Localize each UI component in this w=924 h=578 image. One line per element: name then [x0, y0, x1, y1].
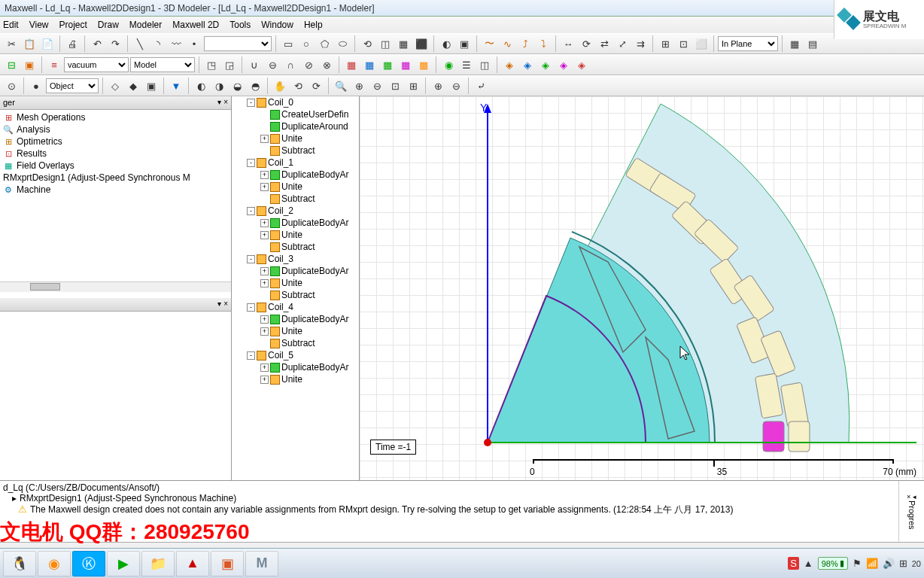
model-tree-item[interactable]: Subtract — [232, 144, 359, 157]
expand-icon[interactable]: + — [260, 376, 269, 384]
expand-icon[interactable]: - — [247, 351, 255, 360]
expand-icon[interactable]: + — [260, 183, 269, 191]
move-icon[interactable]: ↔ — [560, 35, 576, 52]
ime-icon[interactable]: S — [788, 557, 799, 570]
unite-icon[interactable]: ∪ — [246, 56, 263, 73]
task-ansys[interactable]: ▲ — [176, 551, 209, 576]
model-tree-item[interactable]: + DuplicateBodyAr — [232, 265, 359, 277]
vis4-icon[interactable]: ◓ — [247, 78, 263, 94]
spline-icon[interactable]: 〰 — [168, 35, 184, 52]
copy-icon[interactable]: 📋 — [21, 35, 38, 52]
orbit2-icon[interactable]: ⟳ — [308, 78, 324, 94]
model-tree-item[interactable]: - Coil_3 — [232, 253, 359, 265]
task-maxwell[interactable]: M — [245, 551, 278, 576]
menu-maxwell2d[interactable]: Maxwell 2D — [172, 20, 219, 30]
cube-icon[interactable]: ▦ — [395, 35, 412, 52]
menu-draw[interactable]: Draw — [98, 20, 119, 30]
model-tree-item[interactable]: + Unite — [232, 277, 359, 289]
model-tree-item[interactable]: + Unite — [232, 373, 359, 385]
misc5-icon[interactable]: ◈ — [573, 56, 590, 73]
circle-icon[interactable]: ○ — [298, 35, 315, 52]
expand-icon[interactable]: + — [260, 219, 269, 227]
offset-icon[interactable]: ⇉ — [632, 35, 649, 52]
progress-close-icon[interactable]: × ◂ — [907, 493, 916, 500]
op1-icon[interactable]: ◳ — [203, 56, 220, 73]
model-tree-item[interactable]: DuplicateAround — [232, 120, 359, 132]
expand-icon[interactable]: + — [260, 315, 269, 324]
model-tree-item[interactable]: Subtract — [232, 193, 359, 205]
tree-field-overlays[interactable]: ▦Field Overlays — [2, 160, 229, 172]
paste-icon[interactable]: 📄 — [39, 35, 56, 52]
vis1-icon[interactable]: ◐ — [193, 78, 209, 94]
region-icon[interactable]: ◫ — [377, 35, 394, 52]
project-tree[interactable]: ⊞Mesh Operations 🔍Analysis ⊞Optimetrics … — [0, 110, 231, 281]
model-tree-item[interactable]: + Unite — [232, 229, 359, 241]
check2-icon[interactable]: ☰ — [458, 56, 475, 73]
task-folder[interactable]: 📁 — [141, 551, 175, 576]
expand-icon[interactable]: + — [260, 279, 269, 287]
misc3-icon[interactable]: ◈ — [537, 56, 554, 73]
expand-icon[interactable]: + — [260, 267, 269, 275]
mirror-icon[interactable]: ⇄ — [596, 35, 612, 52]
zoomout-icon[interactable]: ⊖ — [448, 78, 464, 94]
intersect-icon[interactable]: ∩ — [282, 56, 299, 73]
zoom3-icon[interactable]: ⊖ — [369, 78, 385, 94]
model-tree-item[interactable]: + Unite — [232, 325, 359, 337]
menu-project[interactable]: Project — [59, 20, 87, 30]
model-tree-item[interactable]: + DuplicateBodyAr — [232, 169, 359, 181]
model-tree[interactable]: - Coil_0 CreateUserDefin DuplicateAround… — [232, 96, 360, 480]
color4-icon[interactable]: ▦ — [397, 56, 414, 73]
expand-icon[interactable]: + — [260, 135, 269, 143]
mode-select[interactable]: Model — [130, 57, 195, 72]
array-icon[interactable]: ⊞ — [657, 35, 673, 52]
grid2-icon[interactable]: ▤ — [804, 35, 821, 52]
expand-icon[interactable]: - — [247, 207, 255, 215]
subtract-icon[interactable]: ⊖ — [264, 56, 281, 73]
sweep-icon[interactable]: ⟲ — [359, 35, 375, 52]
ellipse-icon[interactable]: ⬭ — [334, 35, 351, 52]
3d-icon[interactable]: ⬜ — [693, 35, 710, 52]
tray-vol-icon[interactable]: 🔊 — [883, 558, 895, 569]
model-tree-item[interactable]: - Coil_0 — [232, 96, 359, 108]
vis3-icon[interactable]: ◒ — [229, 78, 245, 94]
check1-icon[interactable]: ◉ — [440, 56, 457, 73]
zoom1-icon[interactable]: 🔍 — [333, 78, 349, 94]
task-qq[interactable]: 🐧 — [3, 551, 36, 576]
tree-optimetrics[interactable]: ⊞Optimetrics — [2, 135, 229, 148]
op2-icon[interactable]: ◲ — [221, 56, 238, 73]
check3-icon[interactable]: ◫ — [476, 56, 493, 73]
material-select[interactable]: vacuum — [64, 57, 129, 72]
battery-indicator[interactable]: 98% ▮ — [818, 557, 848, 570]
model-tree-item[interactable]: - Coil_4 — [232, 301, 359, 313]
expand-icon[interactable]: + — [260, 171, 269, 179]
tree-results[interactable]: ⊡Results — [2, 148, 229, 160]
box-icon[interactable]: ▣ — [21, 56, 38, 73]
line-icon[interactable]: ╲ — [132, 35, 148, 52]
print-icon[interactable]: 🖨 — [64, 35, 81, 52]
message-log[interactable]: d_Lq (C:/Users/ZB/Documents/Ansoft/) ▸ R… — [0, 481, 898, 542]
panel-close-icon[interactable]: ▾ × — [217, 98, 228, 108]
model-tree-item[interactable]: + DuplicateBodyAr — [232, 217, 359, 229]
curve2-icon[interactable]: ∿ — [499, 35, 515, 52]
model-tree-item[interactable]: + DuplicateBodyAr — [232, 313, 359, 325]
zoom2-icon[interactable]: ⊕ — [351, 78, 367, 94]
expand-icon[interactable]: + — [260, 364, 269, 372]
sel2-icon[interactable]: ◆ — [125, 78, 141, 94]
color1-icon[interactable]: ▦ — [343, 56, 360, 73]
polygon-icon[interactable]: ⬠ — [316, 35, 333, 52]
plane-select[interactable]: In Plane — [718, 36, 778, 51]
split-icon[interactable]: ⊘ — [300, 56, 317, 73]
viewport[interactable]: Y Time =-1 0 35 70 (mm) — [360, 96, 924, 480]
color3-icon[interactable]: ▦ — [379, 56, 396, 73]
sel1-icon[interactable]: ◇ — [107, 78, 123, 94]
tree-design[interactable]: RMxprtDesign1 (Adjust-Speed Synchronous … — [2, 172, 229, 184]
model-tree-item[interactable]: Subtract — [232, 289, 359, 301]
grid1-icon[interactable]: ▦ — [786, 35, 803, 52]
task-ku[interactable]: Ⓚ — [72, 551, 105, 576]
menu-tools[interactable]: Tools — [229, 20, 251, 30]
color2-icon[interactable]: ▦ — [361, 56, 378, 73]
task-media[interactable]: ▶ — [107, 551, 140, 576]
tray-time[interactable]: 20 — [912, 559, 921, 568]
tray-shield-icon[interactable]: ⊞ — [899, 558, 907, 569]
arc-icon[interactable]: ◝ — [150, 35, 166, 52]
